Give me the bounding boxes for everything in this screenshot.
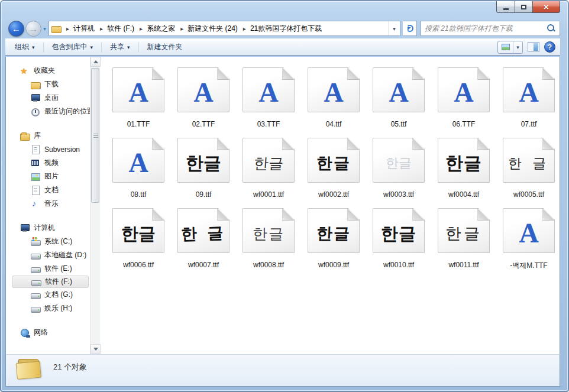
file-item[interactable]: A02.TTF xyxy=(171,64,236,135)
refresh-button[interactable] xyxy=(403,21,417,36)
breadcrumb-xitongzhijia[interactable]: 系统之家 xyxy=(135,24,176,34)
file-item[interactable]: 한글wf0008.ttf xyxy=(236,205,301,276)
star-icon xyxy=(20,66,30,76)
navigation-bar: ← → ▾ 计算机 软件 (F:) 系统之家 新建文件夹 (24) 21款韩国字… xyxy=(5,19,560,38)
system-drive-icon xyxy=(31,237,41,247)
scroll-down-button[interactable] xyxy=(90,344,101,354)
sidebar-item-drive-h[interactable]: 娱乐 (H:) xyxy=(6,302,90,315)
file-item[interactable]: 한 글wf0007.ttf xyxy=(171,205,236,276)
sidebar-label: 音乐 xyxy=(44,199,59,209)
file-list-area[interactable]: A01.TTF A02.TTF A03.TTF A04.ttf A05.ttf … xyxy=(101,57,560,354)
file-item[interactable]: A05.ttf xyxy=(366,64,431,135)
sidebar-item-drive-c[interactable]: 系统 (C:) xyxy=(6,235,90,248)
address-dropdown-button[interactable]: ▾ xyxy=(388,21,400,35)
font-preview-glyph: 한글 xyxy=(386,157,412,170)
new-folder-button[interactable]: 新建文件夹 xyxy=(143,40,187,54)
font-file-icon: A xyxy=(243,67,295,112)
file-item[interactable]: A06.TTF xyxy=(431,64,496,135)
file-name: wf0004.ttf xyxy=(448,190,479,199)
file-item[interactable]: A01.TTF xyxy=(106,64,171,135)
sidebar-label: 网络 xyxy=(34,328,48,338)
network-section: 网络 xyxy=(6,326,90,339)
sidebar-item-desktop[interactable]: 桌面 xyxy=(6,91,90,105)
file-item[interactable]: 한글wf0004.ttf xyxy=(431,135,496,205)
font-file-icon: A xyxy=(177,67,229,112)
file-name: 01.TTF xyxy=(127,120,150,128)
sidebar-item-drive-d[interactable]: 本地磁盘 (D:) xyxy=(6,248,90,262)
file-item[interactable]: 한글09.ttf xyxy=(171,135,236,205)
file-item[interactable]: 한글wf0002.ttf xyxy=(301,135,366,205)
sidebar-item-subversion[interactable]: Subversion xyxy=(6,142,90,156)
breadcrumb-drive-f[interactable]: 软件 (F:) xyxy=(96,24,135,34)
help-button[interactable]: ? xyxy=(544,41,555,53)
forward-arrow-icon: → xyxy=(26,21,41,36)
scrollbar-thumb[interactable] xyxy=(91,68,99,203)
share-menu[interactable]: 共享 xyxy=(105,40,135,54)
file-item[interactable]: 한글wf0006.ttf xyxy=(106,205,171,276)
search-box xyxy=(421,21,560,36)
include-in-library-menu[interactable]: 包含到库中 xyxy=(47,40,98,54)
close-button[interactable]: × xyxy=(533,1,560,13)
breadcrumb-new-folder-24[interactable]: 新建文件夹 (24) xyxy=(176,24,239,34)
file-item[interactable]: 한글wf0010.ttf xyxy=(366,205,431,276)
breadcrumb-current-folder[interactable]: 21款韩国字体打包下载 xyxy=(239,24,323,34)
views-dropdown-arrow[interactable]: ▾ xyxy=(513,41,522,53)
sidebar-item-music[interactable]: 音乐 xyxy=(6,197,90,210)
sidebar-item-network[interactable]: 网络 xyxy=(6,326,90,339)
recent-pages-dropdown[interactable]: ▾ xyxy=(43,25,46,32)
file-item[interactable]: 한 글wf0005.ttf xyxy=(496,135,560,205)
forward-button[interactable]: → xyxy=(25,21,41,37)
font-file-icon: A xyxy=(112,67,164,112)
minimize-button[interactable] xyxy=(496,1,515,13)
sidebar-item-drive-g[interactable]: 文档 (G:) xyxy=(6,288,90,302)
file-name: wf0001.ttf xyxy=(253,190,284,199)
file-item[interactable]: A04.ttf xyxy=(301,64,366,135)
file-name: 04.ttf xyxy=(326,120,342,128)
search-input[interactable] xyxy=(421,24,547,33)
scroll-up-button[interactable] xyxy=(90,57,101,67)
sidebar-item-videos[interactable]: 视频 xyxy=(6,156,90,170)
font-file-icon: 한글 xyxy=(438,138,490,183)
file-item[interactable]: A07.ttf xyxy=(496,64,560,135)
explorer-window: × ← → ▾ 计算机 软件 (F:) 系统之家 新建文件夹 (24) 21款韩… xyxy=(0,0,569,392)
views-icon[interactable] xyxy=(498,41,513,53)
sidebar-item-downloads[interactable]: 下载 xyxy=(6,77,90,91)
sidebar-scrollbar[interactable] xyxy=(90,57,100,354)
download-folder-icon xyxy=(31,80,41,89)
file-item[interactable]: 한글wf0003.ttf xyxy=(366,135,431,205)
file-item[interactable]: 한글wf0009.ttf xyxy=(301,205,366,276)
organize-menu[interactable]: 组织 xyxy=(10,40,40,54)
preview-pane-button[interactable] xyxy=(528,42,539,52)
file-name: wf0010.ttf xyxy=(383,261,414,269)
file-grid: A01.TTF A02.TTF A03.TTF A04.ttf A05.ttf … xyxy=(106,64,560,276)
drive-icon xyxy=(31,264,41,274)
file-item[interactable]: A-백제M.TTF xyxy=(496,205,560,276)
address-bar[interactable]: 计算机 软件 (F:) 系统之家 新建文件夹 (24) 21款韩国字体打包下载 … xyxy=(49,21,400,36)
back-button[interactable]: ← xyxy=(8,21,24,37)
breadcrumb-computer[interactable]: 计算机 xyxy=(62,24,96,34)
recent-places-icon xyxy=(31,107,41,116)
maximize-button[interactable] xyxy=(515,1,533,13)
font-file-icon: A xyxy=(112,138,164,183)
file-item[interactable]: A03.TTF xyxy=(236,64,301,135)
sidebar-label: 库 xyxy=(34,131,41,141)
file-item[interactable]: 한글wf0011.ttf xyxy=(431,205,496,276)
sidebar-item-drive-e[interactable]: 软件 (E:) xyxy=(6,262,90,276)
sidebar-item-computer[interactable]: 计算机 xyxy=(6,221,90,235)
item-count: 21 个对象 xyxy=(53,362,87,372)
search-icon[interactable] xyxy=(547,24,556,33)
sidebar-label: 最近访问的位置 xyxy=(44,106,90,116)
file-item[interactable]: 한글wf0001.ttf xyxy=(236,135,301,205)
sidebar-item-favorites[interactable]: 收藏夹 xyxy=(6,64,90,77)
change-view-button[interactable]: ▾ xyxy=(497,41,523,54)
font-preview-glyph: A xyxy=(519,220,538,247)
sidebar-item-drive-f[interactable]: 软件 (F:) xyxy=(12,276,89,288)
sidebar-item-recent-places[interactable]: 最近访问的位置 xyxy=(6,105,90,118)
sidebar-item-pictures[interactable]: 图片 xyxy=(6,170,90,183)
back-arrow-icon: ← xyxy=(9,21,24,36)
network-icon xyxy=(20,328,30,338)
font-preview-glyph: 한글 xyxy=(253,156,284,171)
sidebar-item-documents[interactable]: 文档 xyxy=(6,183,90,197)
file-item[interactable]: A08.ttf xyxy=(106,135,171,205)
sidebar-item-libraries[interactable]: 库 xyxy=(6,129,90,142)
